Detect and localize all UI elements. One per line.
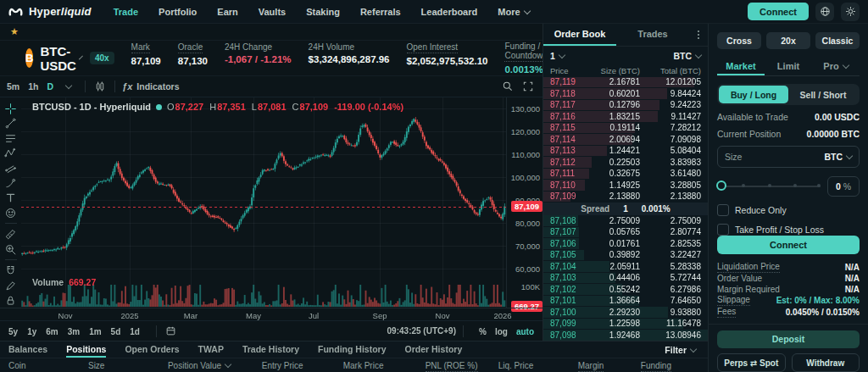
range-5y[interactable]: 5y [8, 327, 18, 336]
ask-row[interactable]: 87,1180.602019.84424 [543, 88, 708, 100]
trade-mode-button[interactable]: Classic [815, 32, 860, 49]
range-6m[interactable]: 6m [46, 327, 58, 336]
interval-5m[interactable]: 5m [7, 81, 19, 92]
bottom-tab-trade-history[interactable]: Trade History [242, 341, 299, 358]
bid-row[interactable]: 87,1050.398923.22427 [543, 249, 708, 261]
market-symbol[interactable]: BTC-USDC [40, 44, 76, 73]
filter-dropdown[interactable]: Filter [665, 341, 696, 358]
nav-item-portfolio[interactable]: Portfolio [159, 7, 197, 17]
crosshair-icon[interactable] [3, 102, 19, 116]
bid-row[interactable]: 87,1060.017612.82535 [543, 238, 708, 250]
price-chart-canvas[interactable] [21, 97, 506, 308]
range-1d[interactable]: 1d [130, 327, 140, 336]
nav-item-leaderboard[interactable]: Leaderboard [421, 7, 478, 17]
time-axis[interactable]: Nov2025MarMayJulSepNov2026 [0, 308, 542, 321]
nav-item-more[interactable]: More [498, 7, 529, 17]
indicators-button[interactable]: ƒxIndicators [122, 81, 179, 92]
bottom-tab-open-orders[interactable]: Open Orders [125, 341, 179, 358]
emoji-icon[interactable] [3, 206, 19, 220]
size-input[interactable]: Size BTC [717, 146, 860, 167]
order-tab-market[interactable]: Market [717, 58, 765, 75]
favorite-star-icon[interactable]: ★ [10, 27, 19, 36]
range-1y[interactable]: 1y [27, 327, 36, 336]
size-percent-input[interactable]: 0% [827, 176, 860, 197]
brand[interactable]: Hyperliquid [8, 4, 92, 19]
checkbox-icon[interactable] [717, 204, 729, 216]
ask-row[interactable]: 87,1120.225033.83983 [543, 157, 708, 169]
bottom-tab-funding-history[interactable]: Funding History [318, 341, 387, 358]
size-slider[interactable] [717, 186, 821, 187]
brush-icon[interactable] [3, 176, 19, 191]
nav-item-earn[interactable]: Earn [217, 7, 237, 17]
zoom-in-icon[interactable] [3, 242, 19, 257]
ask-row[interactable]: 87,1192.1678112.01205 [543, 76, 708, 88]
ask-row[interactable]: 87,1150.191147.28212 [543, 122, 708, 134]
button-withdraw[interactable]: Withdraw [792, 353, 860, 372]
ruler-icon[interactable] [3, 227, 19, 242]
range-3m[interactable]: 3m [68, 327, 80, 336]
bid-row[interactable]: 87,1042.059115.28338 [543, 261, 708, 273]
language-globe-button[interactable] [815, 3, 834, 21]
range-1m[interactable]: 1m [89, 327, 101, 336]
scale-log[interactable]: log [495, 327, 508, 336]
ask-row[interactable]: 87,1110.326753.61480 [543, 168, 708, 180]
size-unit-select[interactable]: BTC [824, 152, 852, 162]
checkbox-take-profit-stop-loss[interactable]: Take Profit / Stop Loss [717, 224, 860, 236]
nav-item-staking[interactable]: Staking [306, 7, 340, 17]
settings-button[interactable] [841, 3, 860, 21]
button-perps-spot[interactable]: Perps ⇄ Spot [717, 353, 786, 372]
fib-lines-icon[interactable] [3, 131, 19, 146]
nav-item-vaults[interactable]: Vaults [259, 7, 286, 17]
precision-select[interactable]: 1 [550, 51, 565, 61]
order-tab-pro[interactable]: Pro [812, 58, 860, 75]
checkbox-reduce-only[interactable]: Reduce Only [717, 204, 860, 216]
magnet-icon[interactable] [3, 264, 19, 278]
lock-icon[interactable] [3, 294, 19, 308]
bid-row[interactable]: 87,1002.292309.93880 [543, 307, 708, 319]
go-to-date-button[interactable] [164, 324, 179, 338]
scale-auto[interactable]: auto [516, 327, 534, 336]
projection-icon[interactable] [3, 161, 19, 175]
bottom-tab-positions[interactable]: Positions [66, 341, 106, 358]
bid-row[interactable]: 87,0981.9246813.08946 [543, 330, 708, 341]
margin-mode-button[interactable]: Cross [717, 32, 761, 49]
candle-style-button[interactable] [92, 80, 108, 94]
bid-row[interactable]: 87,0991.2259811.16478 [543, 318, 708, 330]
bid-row[interactable]: 87,1070.057652.80774 [543, 226, 708, 238]
clock-label[interactable]: 09:43:25 (UTC+9) [387, 326, 456, 336]
market-chevron-icon[interactable] [79, 55, 83, 59]
deposit-button[interactable]: Deposit [717, 330, 860, 348]
order-book-menu-button[interactable] [689, 24, 708, 46]
connect-button[interactable]: Connect [748, 3, 809, 20]
trend-line-icon[interactable] [3, 117, 19, 131]
draw-pencil-icon[interactable] [3, 279, 19, 293]
trade-connect-button[interactable]: Connect [717, 236, 860, 254]
unit-select[interactable]: BTC [673, 51, 701, 61]
bottom-tab-balances[interactable]: Balances [8, 341, 47, 358]
chart-search-button[interactable] [500, 80, 515, 94]
tab-order-book[interactable]: Order Book [543, 24, 616, 46]
bid-row[interactable]: 87,1030.444065.72744 [543, 272, 708, 284]
slider-knob[interactable] [716, 180, 726, 191]
nav-item-trade[interactable]: Trade [114, 7, 138, 17]
price-axis[interactable]: 130,000120,000110,000100,00090,00080,000… [506, 97, 543, 308]
ask-row[interactable]: 87,1131.244215.08404 [543, 145, 708, 157]
ask-row[interactable]: 87,1092.138802.13880 [543, 191, 708, 203]
order-tab-limit[interactable]: Limit [765, 58, 812, 75]
tab-trades[interactable]: Trades [616, 24, 689, 46]
ask-row[interactable]: 87,1101.149253.28805 [543, 180, 708, 192]
checkbox-icon[interactable] [717, 224, 729, 236]
nav-item-referrals[interactable]: Referrals [360, 7, 401, 17]
fullscreen-button[interactable] [520, 80, 536, 94]
scale-[interactable]: % [479, 327, 487, 336]
bid-row[interactable]: 87,1082.750092.75009 [543, 215, 708, 227]
ask-row[interactable]: 87,1161.832159.11427 [543, 111, 708, 123]
bid-row[interactable]: 87,1011.366647.64650 [543, 295, 708, 307]
ask-row[interactable]: 87,1170.127969.24223 [543, 99, 708, 111]
buy-long-button[interactable]: Buy / Long [719, 86, 788, 103]
xabcd-pattern-icon[interactable] [3, 147, 19, 161]
interval-chevron-icon[interactable] [65, 82, 72, 89]
range-5d[interactable]: 5d [111, 327, 121, 336]
bid-row[interactable]: 87,1020.552426.27986 [543, 284, 708, 296]
bottom-tab-twap[interactable]: TWAP [198, 341, 224, 358]
